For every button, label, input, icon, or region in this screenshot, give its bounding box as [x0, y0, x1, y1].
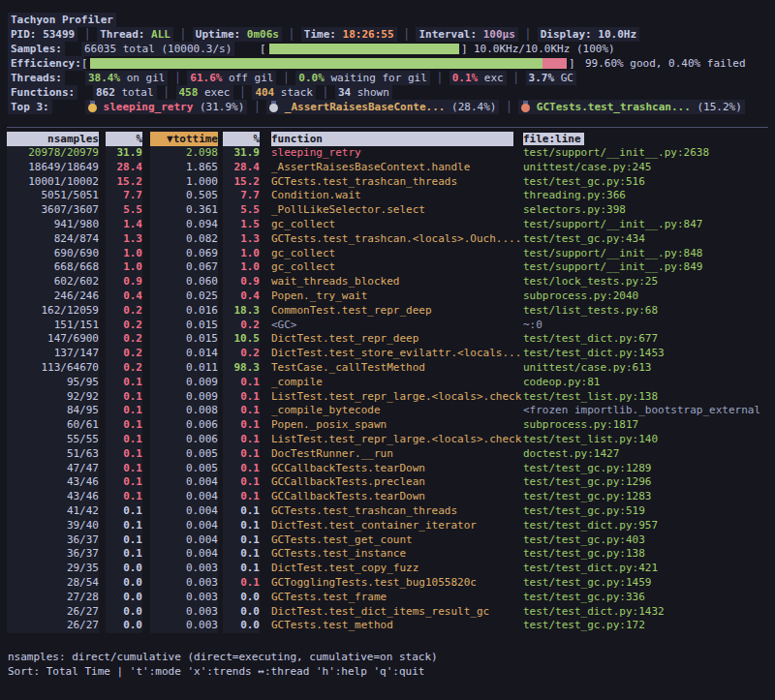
tottime-cell: 0.005 [150, 462, 218, 476]
table-row[interactable]: 41/420.10.0040.1GCTests.test_trashcan_th… [0, 504, 775, 519]
stat-segment: 34 shown [335, 85, 392, 100]
direct-pct-cell: 5.5 [106, 203, 142, 218]
functions-row: Functions: 862 total │ 458 exec │ 404 st… [0, 85, 775, 100]
table-row[interactable]: 941/9801.40.0941.5gc_collecttest/support… [0, 218, 775, 232]
table-row[interactable]: 5051/50517.70.5057.7Condition.waitthread… [0, 189, 775, 203]
direct-pct-cell: 0.0 [106, 591, 142, 605]
table-row[interactable]: 43/460.10.0040.1GCCallbackTests.tearDown… [0, 490, 775, 504]
efficiency-good-bar [90, 58, 542, 69]
direct-pct-cell: 0.0 [106, 562, 142, 576]
file-line-cell: test/test_dict.py:421 [523, 562, 769, 576]
tottime-cell: 2.098 [150, 146, 218, 161]
bronze-medal-icon [521, 101, 530, 112]
table-row[interactable]: 51/630.10.0050.1DocTestRunner.__rundocte… [0, 447, 775, 462]
table-row[interactable]: 28/540.00.0030.1GCTogglingTests.test_bug… [0, 576, 775, 591]
table-row[interactable]: 84/950.10.0080.1_compile_bytecode<frozen… [0, 404, 775, 418]
table-row[interactable]: 27/280.00.0030.0GCTests.test_frametest/t… [0, 591, 775, 605]
column-header-tottime-sorted[interactable]: ▼tottime [150, 132, 218, 146]
table-row[interactable]: 26/270.00.0030.0GCTests.test_methodtest/… [0, 619, 775, 633]
tottime-cell: 0.003 [150, 576, 218, 591]
samples-bracket-close: ] [461, 42, 468, 56]
table-row[interactable]: 36/370.10.0040.1GCTests.test_get_countte… [0, 533, 775, 548]
function-cell: ListTest.test_repr_large.<locals>.check [271, 433, 513, 447]
function-cell: gc_collect [271, 260, 513, 275]
table-row[interactable]: 20978/2097931.92.09831.9sleeping_retryte… [0, 146, 775, 161]
samples-bracket-open: [ [260, 42, 266, 56]
cumulative-pct-cell: 0.1 [223, 533, 260, 548]
function-cell: GCTests.test_frame [271, 591, 513, 605]
top3-entry: _AssertRaisesBaseConte... (28.4%) [266, 100, 499, 114]
cumulative-pct-cell: 0.1 [223, 504, 260, 519]
direct-pct-cell: 0.0 [106, 576, 142, 591]
table-row[interactable]: 43/460.10.0040.1GCCallbackTests.preclean… [0, 475, 775, 490]
file-line-cell: unittest/case.py:613 [523, 361, 769, 376]
table-row[interactable]: 690/6901.00.0691.0gc_collecttest/support… [0, 247, 775, 261]
column-header-direct-pct[interactable]: % [106, 132, 142, 146]
function-cell: _compile_bytecode [271, 404, 513, 418]
file-line-cell: test/lock_tests.py:25 [523, 275, 769, 289]
table-row[interactable]: 95/950.10.0090.1_compilecodeop.py:81 [0, 376, 775, 390]
file-line-cell: doctest.py:1427 [523, 447, 769, 462]
table-row[interactable]: 10001/1000215.21.00015.2GCTests.test_tra… [0, 175, 775, 190]
table-row[interactable]: 668/6681.00.0671.0gc_collecttest/support… [0, 260, 775, 275]
function-cell: wait_threads_blocked [271, 275, 513, 289]
function-cell: Popen._try_wait [271, 289, 513, 304]
column-header-nsamples[interactable]: nsamples [7, 132, 99, 146]
table-row[interactable]: 36/370.10.0040.1GCTests.test_instancetes… [0, 547, 775, 562]
table-row[interactable]: 26/270.00.0030.0DictTest.test_dict_items… [0, 605, 775, 620]
column-header-file-line[interactable]: file:line [523, 132, 769, 146]
table-row[interactable]: 113/646700.20.01198.3TestCase._callTestM… [0, 361, 775, 376]
table-row[interactable]: 3607/36075.50.3615.5_PollLikeSelector.se… [0, 203, 775, 218]
nsamples-cell: 668/668 [7, 260, 99, 275]
file-line-cell: selectors.py:398 [523, 203, 769, 218]
page-title: Tachyon Profiler [8, 13, 116, 27]
table-row[interactable]: 151/1510.20.0150.2<GC>~:0 [0, 319, 775, 333]
cumulative-pct-cell: 0.0 [223, 605, 260, 620]
table-row[interactable]: 47/470.10.0050.1GCCallbackTests.tearDown… [0, 462, 775, 476]
table-row[interactable]: 137/1470.20.0140.2DictTest.test_store_ev… [0, 347, 775, 361]
tottime-cell: 0.003 [150, 562, 218, 576]
cumulative-pct-cell: 1.0 [223, 247, 260, 261]
table-row[interactable]: 39/400.10.0040.1DictTest.test_container_… [0, 519, 775, 533]
direct-pct-cell: 1.0 [106, 247, 142, 261]
table-row[interactable]: 147/69000.20.01510.5DictTest.test_repr_d… [0, 332, 775, 347]
file-line-cell: test/test_dict.py:957 [523, 519, 769, 533]
column-header-cumulative-pct[interactable]: % [223, 132, 260, 146]
cumulative-pct-cell: 0.1 [223, 433, 260, 447]
table-row[interactable]: 29/350.00.0030.1DictTest.test_copy_fuzzt… [0, 562, 775, 576]
cumulative-pct-cell: 7.7 [223, 189, 260, 203]
table-row[interactable]: 18649/1864928.41.86528.4_AssertRaisesBas… [0, 161, 775, 175]
nsamples-cell: 113/64670 [7, 361, 99, 376]
nsamples-cell: 27/28 [7, 591, 99, 605]
nsamples-cell: 36/37 [7, 533, 99, 548]
stat-segment: 404 stack [252, 85, 316, 100]
file-line-cell: ~:0 [523, 319, 769, 333]
title-row: Tachyon Profiler [0, 13, 775, 27]
stat-segment: 38.4% on gil [85, 71, 168, 85]
direct-pct-cell: 0.0 [106, 605, 142, 620]
function-cell: DictTest.test_container_iterator [271, 519, 513, 533]
function-cell: GCTests.test_trashcan.<locals>.Ouch.... [271, 232, 513, 247]
file-line-cell: test/test_gc.py:1283 [523, 490, 769, 504]
file-line-cell: test/support/__init__.py:849 [523, 260, 769, 275]
tottime-cell: 0.060 [150, 275, 218, 289]
file-line-cell: threading.py:366 [523, 189, 769, 203]
table-row[interactable]: 246/2460.40.0250.4Popen._try_waitsubproc… [0, 289, 775, 304]
file-line-cell: subprocess.py:2040 [523, 289, 769, 304]
top3-entry: GCTests.test_trashcan... (15.2%) [518, 100, 745, 114]
nsamples-cell: 10001/10002 [7, 175, 99, 190]
table-row[interactable]: 60/610.10.0060.1Popen._posix_spawnsubpro… [0, 418, 775, 433]
tottime-cell: 0.361 [150, 203, 218, 218]
info-item: Uptime: 0m06s [193, 27, 282, 42]
table-row[interactable]: 55/550.10.0060.1ListTest.test_repr_large… [0, 433, 775, 447]
nsamples-cell: 26/27 [7, 605, 99, 620]
table-row[interactable]: 602/6020.90.0600.9wait_threads_blockedte… [0, 275, 775, 289]
table-row[interactable]: 162/120590.20.01618.3CommonTest.test_rep… [0, 304, 775, 319]
table-row[interactable]: 824/8741.30.0821.3GCTests.test_trashcan.… [0, 232, 775, 247]
stat-segment: 0.1% exc [450, 71, 507, 85]
info-item: Thread: ALL [97, 27, 173, 42]
column-header-function[interactable]: function [271, 132, 513, 146]
direct-pct-cell: 7.7 [106, 189, 142, 203]
table-row[interactable]: 92/920.10.0090.1ListTest.test_repr_large… [0, 390, 775, 405]
nsamples-cell: 43/46 [7, 490, 99, 504]
